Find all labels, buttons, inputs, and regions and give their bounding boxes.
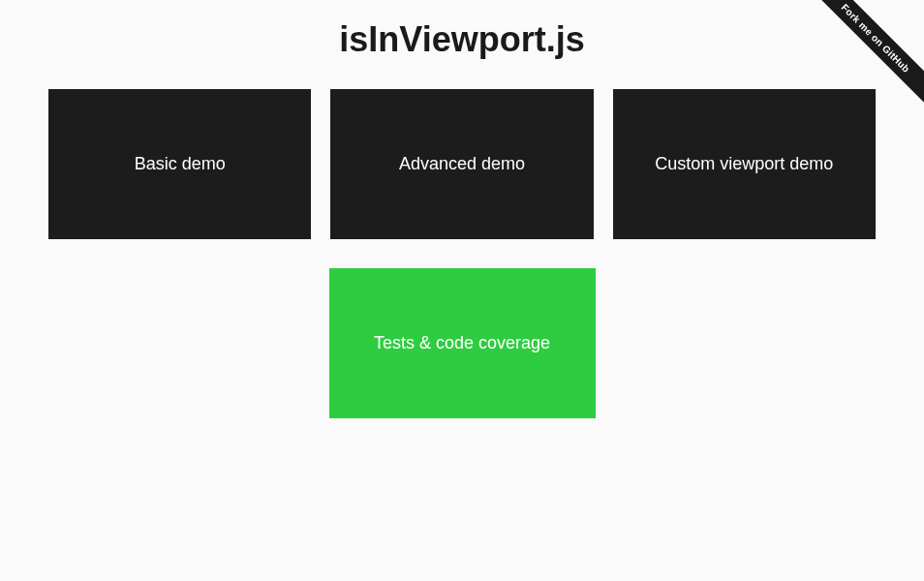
tests-coverage-label: Tests & code coverage bbox=[374, 333, 550, 353]
custom-viewport-demo-label: Custom viewport demo bbox=[655, 154, 833, 174]
demo-cards-row-2: Tests & code coverage bbox=[0, 268, 924, 418]
basic-demo-card[interactable]: Basic demo bbox=[48, 89, 311, 239]
fork-github-label: Fork me on GitHub bbox=[839, 2, 911, 75]
github-ribbon-container: Fork me on GitHub bbox=[779, 0, 924, 145]
advanced-demo-label: Advanced demo bbox=[399, 154, 525, 174]
basic-demo-label: Basic demo bbox=[135, 154, 226, 174]
advanced-demo-card[interactable]: Advanced demo bbox=[330, 89, 593, 239]
fork-github-ribbon[interactable]: Fork me on GitHub bbox=[806, 0, 924, 107]
tests-coverage-card[interactable]: Tests & code coverage bbox=[329, 268, 596, 418]
